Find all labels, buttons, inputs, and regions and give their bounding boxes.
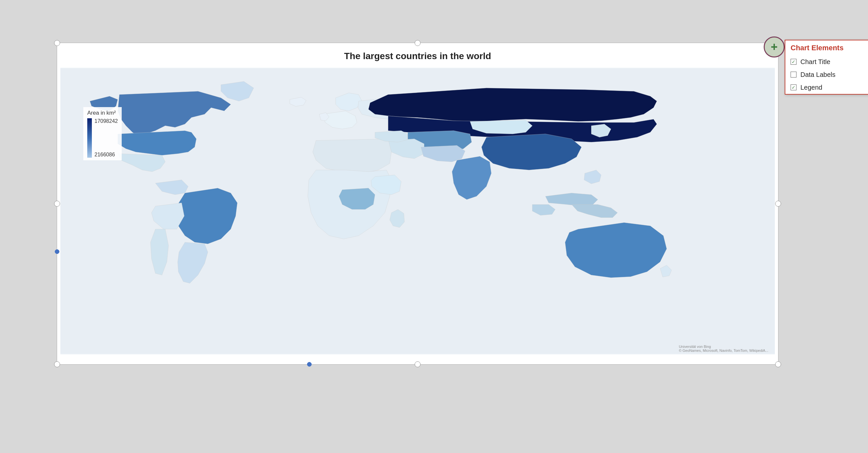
world-map-svg: [60, 68, 775, 355]
chart-title: The largest countries in the world: [57, 43, 778, 65]
handle-bot-left[interactable]: [54, 361, 60, 367]
legend-title: Area in km²: [87, 110, 118, 116]
handle-blue-bottom[interactable]: [307, 362, 312, 367]
legend-checkbox[interactable]: [790, 84, 797, 90]
map-legend: Area in km² 17098242 2166086: [83, 107, 122, 160]
legend-labels: 17098242 2166086: [94, 118, 118, 158]
legend-color-bar: [87, 118, 92, 158]
chart-title-checkbox[interactable]: [790, 59, 797, 65]
handle-top-center[interactable]: [415, 40, 421, 46]
chart-title-label: Chart Title: [800, 58, 868, 66]
chart-elements-panel: Chart Elements Chart Title ▶ Data Labels…: [785, 40, 868, 94]
handle-bot-center[interactable]: [415, 361, 421, 367]
legend-label: Legend: [800, 84, 868, 91]
data-labels-label: Data Labels: [800, 71, 868, 79]
handle-mid-left[interactable]: [54, 201, 60, 207]
handle-top-left[interactable]: [54, 40, 60, 46]
data-labels-checkbox[interactable]: [790, 72, 797, 78]
panel-item-data-labels[interactable]: Data Labels: [785, 68, 868, 81]
handle-mid-right[interactable]: [775, 201, 781, 207]
panel-item-legend[interactable]: Legend: [785, 81, 868, 94]
handle-blue-left[interactable]: [55, 249, 59, 254]
chart-frame: The largest countries in the world: [57, 43, 778, 365]
handle-bot-right[interactable]: [775, 361, 781, 367]
map-attribution: Universität von Bing © GeoNames, Microso…: [679, 345, 768, 352]
legend-max-value: 17098242: [94, 118, 118, 124]
legend-min-value: 2166086: [94, 152, 118, 158]
panel-item-chart-title[interactable]: Chart Title ▶: [785, 56, 868, 68]
chart-elements-button[interactable]: +: [764, 36, 785, 57]
plus-icon: +: [771, 41, 777, 53]
panel-header: Chart Elements: [785, 40, 868, 56]
map-area: Area in km² 17098242 2166086 Universität…: [60, 68, 775, 355]
